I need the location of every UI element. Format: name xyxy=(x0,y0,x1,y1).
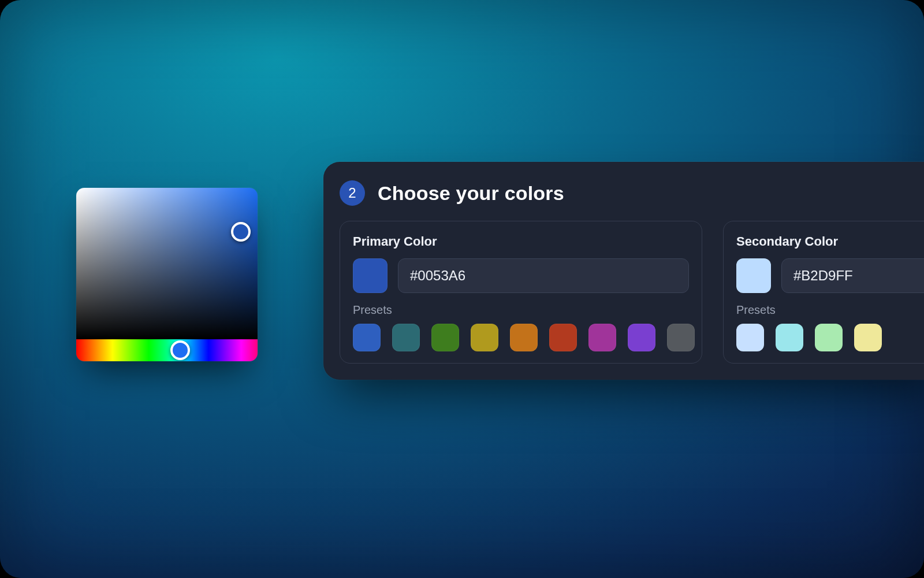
secondary-preset-swatch[interactable] xyxy=(736,324,764,351)
primary-preset-swatch[interactable] xyxy=(392,324,420,351)
secondary-presets-label: Presets xyxy=(736,303,924,317)
primary-preset-swatch[interactable] xyxy=(667,324,695,351)
secondary-value-row xyxy=(736,258,924,293)
primary-color-swatch[interactable] xyxy=(353,258,388,293)
color-cards-row: Primary Color Presets Secondary Color Pr… xyxy=(340,221,924,364)
step-number-badge: 2 xyxy=(340,180,365,206)
secondary-color-card: Secondary Color Presets xyxy=(723,221,924,364)
color-picker-hue-handle[interactable] xyxy=(170,340,190,360)
primary-preset-swatch[interactable] xyxy=(549,324,577,351)
primary-preset-swatch[interactable] xyxy=(353,324,381,351)
secondary-color-swatch[interactable] xyxy=(736,258,771,293)
secondary-preset-swatch[interactable] xyxy=(815,324,843,351)
color-picker-sv-handle[interactable] xyxy=(231,222,251,242)
primary-preset-swatch[interactable] xyxy=(588,324,616,351)
secondary-color-label: Secondary Color xyxy=(736,234,924,249)
secondary-presets-row xyxy=(736,324,924,351)
secondary-preset-swatch[interactable] xyxy=(776,324,803,351)
primary-preset-swatch[interactable] xyxy=(471,324,498,351)
primary-value-row xyxy=(353,258,689,293)
primary-color-label: Primary Color xyxy=(353,234,689,249)
primary-preset-swatch[interactable] xyxy=(431,324,459,351)
primary-presets-row xyxy=(353,324,689,351)
panel-header: 2 Choose your colors xyxy=(340,180,924,206)
primary-preset-swatch[interactable] xyxy=(510,324,538,351)
primary-preset-swatch[interactable] xyxy=(628,324,655,351)
primary-color-card: Primary Color Presets xyxy=(340,221,702,364)
primary-presets-label: Presets xyxy=(353,303,689,317)
color-picker-sv-plane[interactable] xyxy=(76,188,258,339)
secondary-color-hex-input[interactable] xyxy=(781,258,924,293)
color-picker-hue-strip[interactable] xyxy=(76,339,258,361)
secondary-preset-swatch[interactable] xyxy=(854,324,882,351)
color-picker-popover xyxy=(76,188,258,361)
panel-title: Choose your colors xyxy=(378,182,564,205)
step-panel: 2 Choose your colors Primary Color Prese… xyxy=(323,162,924,380)
primary-color-hex-input[interactable] xyxy=(398,258,689,293)
app-stage: 2 Choose your colors Primary Color Prese… xyxy=(0,0,924,578)
